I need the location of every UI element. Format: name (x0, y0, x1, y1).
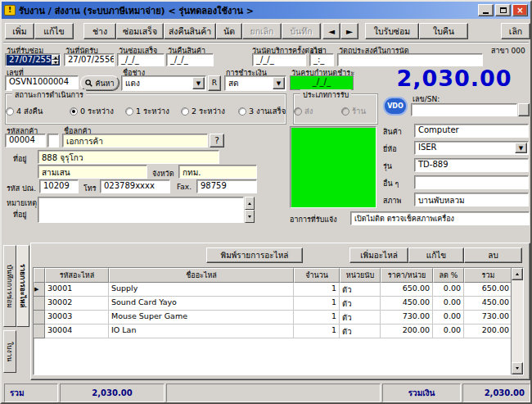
brand-label: ยี่ห้อ (383, 143, 397, 155)
table-scrollbar[interactable] (511, 268, 523, 374)
symptom-field[interactable]: เปิดไม่ติด ตรวจเช็คสภาพเครื่อง (350, 211, 530, 225)
app-window: ! รับงาน / ส่งงาน (ระบบภาษีเหมาจ่าย) < ร… (0, 0, 532, 404)
zip-field[interactable]: 10209 (39, 179, 79, 193)
toolbar-button-label: ส่งคืนสินค้า (169, 26, 211, 36)
scroll-down-icon[interactable] (512, 362, 523, 374)
search-button[interactable]: ค้นหา (80, 75, 119, 91)
brand-combobox[interactable]: ISER ▼ (414, 141, 529, 155)
delete-part-button[interactable]: ลบ (464, 247, 522, 263)
purpose-field[interactable] (337, 53, 483, 66)
table-row[interactable]: 30003 Mouse Super Game 1 ตัว 730.00 0.00… (34, 311, 523, 325)
toolbar-button[interactable]: ใบคืน (419, 23, 468, 39)
finished-date-field[interactable]: _/_/_ (117, 53, 165, 66)
edit-part-button[interactable]: แก้ไข (408, 247, 464, 263)
toolbar-button-label: ช่าง (92, 26, 107, 36)
toolbar-button[interactable]: เพิ่ม (5, 23, 34, 39)
toolbar-button[interactable]: นัด (216, 23, 242, 39)
payment-combobox[interactable]: สด ▼ (224, 75, 286, 91)
next-service-date-field[interactable]: _/_/_ (252, 53, 306, 66)
technician-combobox[interactable]: แดง ▼ (121, 75, 206, 91)
sn-field[interactable] (411, 103, 517, 116)
total-amount: 2,030.00 (378, 66, 530, 93)
zip-label: รหัส ปณ. (7, 183, 36, 194)
status-radio[interactable]: 4 ส่งคืน (6, 105, 43, 117)
item-field[interactable]: Computer (414, 124, 529, 138)
toolbar-button[interactable]: บันทึก (282, 23, 321, 39)
cell-quantity: 1 (294, 311, 340, 325)
minimize-button[interactable] (478, 4, 494, 16)
other-field[interactable] (414, 175, 529, 189)
row-selector[interactable] (34, 311, 45, 325)
status-radio[interactable]: 2 ระหว่าง (181, 105, 225, 117)
type-radio[interactable]: ส่ง (294, 105, 313, 117)
column-header: ชื่ออะไหล่ (109, 268, 294, 283)
parts-table: รหัสอะไหล่ชื่ออะไหล่จำนวนหน่วยนับราคา/หน… (33, 267, 524, 375)
row-selector[interactable] (34, 283, 45, 297)
toolbar-button-label: แก้ไข (43, 26, 65, 36)
toolbar-button[interactable]: ส่งคืนสินค้า (164, 23, 216, 39)
status-radio[interactable]: 0 ระหว่าง (70, 105, 114, 117)
scroll-up-icon[interactable] (512, 268, 523, 280)
customer-help-button[interactable]: ? (210, 134, 224, 148)
status-radio[interactable]: 1 ระหว่าง (125, 105, 169, 117)
due-date-field[interactable]: _/_/_ (290, 75, 354, 90)
fax-field[interactable]: 98759 (196, 179, 257, 193)
type-radio[interactable]: ร้าน (341, 105, 366, 117)
toolbar-button[interactable]: ช่าง (83, 23, 116, 39)
vdo-icon[interactable]: VDO (383, 97, 408, 116)
condition-field[interactable]: บานพับหลวม (414, 193, 529, 207)
note-address-label: ที่อยู่ (13, 209, 27, 220)
maximize-button[interactable] (495, 4, 511, 16)
side-tab[interactable]: บันทึกการซ่อม (3, 245, 16, 327)
toolbar-button-label: ใบรับซ่อม (374, 26, 410, 36)
toolbar-button[interactable]: ใบรับซ่อม (365, 23, 419, 39)
model-field[interactable]: TD-889 (414, 158, 529, 172)
add-part-button[interactable]: เพิ่มอะไหล่ (349, 247, 408, 263)
toolbar-button[interactable]: ซ่อมเสร็จ (116, 23, 164, 39)
row-selector[interactable] (34, 325, 45, 338)
receive-date-value: 27/07/2556 (9, 55, 56, 64)
print-parts-button[interactable]: พิมพ์รายการอะไหล่ (206, 247, 303, 263)
sn-browse-button[interactable] (518, 103, 530, 116)
receive-date-spinner[interactable] (52, 55, 59, 65)
table-row[interactable]: 30002 Sound Card Yayo 1 ตัว 450.00 0.00 … (34, 297, 523, 311)
time-field[interactable]: _:_ (309, 53, 334, 66)
toolbar-button-label: ◄ (328, 26, 335, 36)
column-header: รหัสอะไหล่ (45, 268, 109, 283)
r-button[interactable]: R (208, 75, 221, 91)
appointment-date-field[interactable]: 27/07/2556 (64, 53, 115, 66)
receive-date-field[interactable]: 27/07/2556 (5, 53, 61, 66)
tel-field[interactable]: 023789xxxx (100, 179, 170, 193)
address2-field[interactable]: สามเสน (38, 165, 147, 179)
toolbar-button[interactable]: แก้ไข (34, 23, 74, 39)
province-label: จังหวัด (152, 168, 174, 179)
note-spinner[interactable] (245, 197, 255, 223)
status-radio[interactable]: 3 งานเสร็จ (238, 105, 286, 117)
customer-code-field[interactable]: 00004 (5, 134, 46, 148)
chevron-down-icon[interactable]: ▼ (515, 143, 527, 153)
province-field[interactable]: กทม. (178, 165, 257, 179)
close-button[interactable]: × (512, 4, 528, 16)
fax-label: Fax. (177, 183, 192, 191)
chevron-down-icon[interactable]: ▼ (192, 77, 205, 89)
table-row[interactable]: 30001 Supply 1 ตัว 650.00 0.00 650.00 (34, 283, 523, 297)
row-selector[interactable] (34, 297, 45, 311)
cell-quantity: 1 (294, 297, 340, 311)
toolbar-button[interactable]: ► (340, 23, 358, 39)
address1-field[interactable]: 888 จุรุโกว (38, 150, 219, 164)
customer-code-aux-field[interactable] (47, 134, 59, 148)
toolbar-button[interactable]: เลิก (501, 23, 530, 39)
side-tab[interactable]: รายการอะไหล่ (16, 245, 29, 327)
return-date-field[interactable]: _/_/_ (166, 53, 214, 66)
side-tab[interactable]: ใบงาน (3, 330, 16, 373)
toolbar-button[interactable]: ◄ (322, 23, 340, 39)
cell-discount: 0.00 (433, 297, 464, 311)
product-photo (290, 126, 376, 208)
chevron-down-icon[interactable]: ▼ (273, 77, 285, 89)
toolbar-button[interactable]: ยกเลิก (242, 23, 282, 39)
table-row[interactable]: 30004 IO Lan 1 ตัว 200.00 0.00 200.00 (34, 325, 523, 338)
symptom-label: อาการที่รับแจ้ง (290, 214, 337, 225)
toolbar-button-label: เพิ่ม (12, 26, 26, 36)
customer-name-field[interactable]: เอกการค้า (62, 134, 208, 148)
note-field[interactable] (38, 197, 244, 223)
